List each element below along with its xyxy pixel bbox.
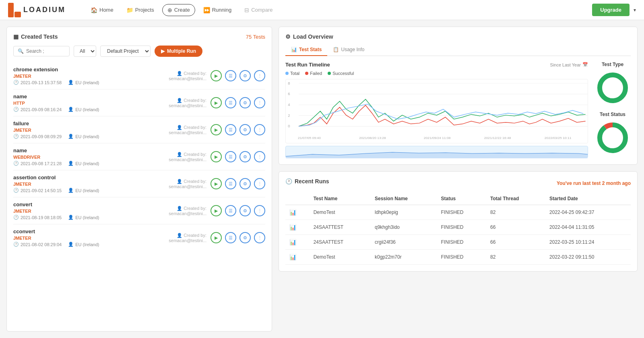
project-dropdown[interactable]: Default Project — [100, 46, 151, 57]
test-date-0: 🕐 2021-09-13 15:37:58 — [13, 80, 62, 85]
settings-button-4[interactable]: ⚙ — [239, 178, 251, 189]
test-actions-4: ▶ ☰ ⚙ ⋮ — [211, 178, 265, 189]
settings-button-3[interactable]: ⚙ — [239, 151, 251, 162]
list-button-6[interactable]: ☰ — [225, 232, 236, 243]
test-type-2: JMETER — [13, 128, 138, 133]
multiple-run-label: Multiple Run — [167, 48, 196, 54]
test-status-donut: Test Status — [594, 112, 631, 156]
test-meta-5: 🕐 2021-08-19 08:18:05 👤 EU (Ireland) — [13, 215, 138, 220]
chart-title: Test Run Timeline — [285, 62, 330, 68]
account-chevron-icon[interactable]: ▾ — [634, 7, 636, 13]
test-region-3: 👤 EU (Ireland) — [68, 161, 99, 166]
test-region-text: EU (Ireland) — [75, 80, 99, 85]
nav-create[interactable]: ⊕ Create — [162, 4, 195, 16]
run-button-2[interactable]: ▶ — [211, 124, 222, 135]
recent-runs-table: Test Name Session Name Status Total Thre… — [285, 193, 631, 265]
legend-total-dot — [285, 72, 289, 75]
run-button-3[interactable]: ▶ — [211, 151, 222, 162]
list-button-1[interactable]: ☰ — [225, 97, 236, 108]
multiple-run-icon: ▶ — [161, 48, 165, 54]
list-item: name WEBDRIVER 🕐 2021-09-08 17:21:28 👤 E… — [13, 143, 265, 170]
nav-running[interactable]: ⏩ Running — [198, 4, 236, 16]
nav-compare[interactable]: ⊟ Compare — [239, 4, 277, 16]
clock-icon: 🕐 — [13, 161, 19, 166]
list-button-2[interactable]: ☰ — [225, 124, 236, 135]
svg-text:0: 0 — [288, 124, 290, 129]
settings-button-1[interactable]: ⚙ — [239, 97, 251, 108]
search-icon: 🔍 — [18, 48, 24, 54]
more-button-6[interactable]: ⋮ — [254, 232, 265, 243]
upgrade-button[interactable]: Upgrade — [592, 4, 630, 16]
created-by-1: 👤 Created by: semacan@testini... — [142, 98, 206, 108]
row-status-2: FINISHED — [437, 235, 487, 250]
main-nav: 🏠 Home 📁 Projects ⊕ Create ⏩ Running ⊟ C… — [86, 4, 580, 16]
creator-icon: 👤 — [177, 233, 182, 238]
created-by-6: 👤 Created by: semacan@testini... — [142, 233, 206, 243]
test-type-4: JMETER — [13, 182, 138, 187]
list-item: chrome extension JMETER 🕐 2021-09-13 15:… — [13, 62, 265, 89]
svg-text:6: 6 — [288, 92, 290, 96]
creator-icon: 👤 — [177, 71, 182, 76]
clock-icon: 🕐 — [13, 80, 19, 85]
home-icon: 🏠 — [91, 7, 97, 13]
chart-bar-icon: 📊 — [289, 209, 296, 216]
test-region-text: EU (Ireland) — [75, 215, 99, 220]
filter-dropdown[interactable]: All — [74, 46, 96, 57]
more-button-4[interactable]: ⋮ — [254, 178, 265, 189]
table-row: 📊 DemoTest k0gp22m70r FINISHED 82 2022-0… — [285, 250, 631, 265]
main-content: ▦ Created Tests 75 Tests 🔍 All Default P… — [0, 20, 644, 338]
test-date-1: 🕐 2021-09-09 08:16:24 — [13, 107, 62, 112]
col-status: Status — [437, 193, 487, 205]
nav-projects[interactable]: 📁 Projects — [122, 4, 159, 16]
since-label: Since Last Year 📅 — [550, 62, 588, 67]
nav-home[interactable]: 🏠 Home — [86, 4, 118, 16]
settings-button-6[interactable]: ⚙ — [239, 232, 251, 243]
svg-text:2021/09/24 11:08: 2021/09/24 11:08 — [424, 136, 451, 140]
search-input[interactable] — [26, 48, 62, 54]
test-stats-icon: 📊 — [291, 47, 297, 52]
created-by-2: 👤 Created by: semacan@testini... — [142, 125, 206, 135]
multiple-run-button[interactable]: ▶ Multiple Run — [155, 46, 202, 57]
nav-running-label: Running — [212, 7, 231, 13]
list-button-0[interactable]: ☰ — [225, 70, 236, 81]
nav-create-label: Create — [174, 7, 190, 13]
tab-usage-info[interactable]: 📋 Usage Info — [327, 44, 370, 56]
settings-button-5[interactable]: ⚙ — [239, 205, 251, 216]
run-button-5[interactable]: ▶ — [211, 205, 222, 216]
more-button-2[interactable]: ⋮ — [254, 124, 265, 135]
range-slider[interactable] — [285, 146, 588, 158]
more-button-1[interactable]: ⋮ — [254, 97, 265, 108]
test-actions-6: ▶ ☰ ⚙ ⋮ — [211, 232, 265, 243]
test-actions-5: ▶ ☰ ⚙ ⋮ — [211, 205, 265, 216]
projects-icon: 📁 — [126, 7, 133, 13]
test-type-title: Test Type — [594, 62, 631, 67]
row-test-name-2: 24SAATTEST — [310, 235, 371, 250]
list-button-4[interactable]: ☰ — [225, 178, 236, 189]
run-button-1[interactable]: ▶ — [211, 97, 222, 108]
run-button-6[interactable]: ▶ — [211, 232, 222, 243]
panel-title-text: Created Tests — [21, 33, 58, 40]
test-region-5: 👤 EU (Ireland) — [68, 215, 99, 220]
more-button-0[interactable]: ⋮ — [254, 70, 265, 81]
tab-test-stats[interactable]: 📊 Test Stats — [285, 44, 327, 56]
list-button-5[interactable]: ☰ — [225, 205, 236, 216]
compare-icon: ⊟ — [244, 7, 249, 13]
settings-button-0[interactable]: ⚙ — [239, 70, 251, 81]
logo-text: LOADIUM — [23, 6, 66, 14]
svg-text:4: 4 — [288, 103, 290, 107]
more-button-5[interactable]: ⋮ — [254, 205, 265, 216]
creator-icon: 👤 — [177, 206, 182, 211]
col-started-date: Started Date — [545, 193, 631, 205]
nav-projects-label: Projects — [135, 7, 154, 13]
creator-icon: 👤 — [177, 152, 182, 157]
test-date-3: 🕐 2021-09-08 17:21:28 — [13, 161, 62, 166]
run-button-4[interactable]: ▶ — [211, 178, 222, 189]
row-test-name-3: DemoTest — [310, 250, 371, 265]
search-box[interactable]: 🔍 — [13, 46, 70, 56]
load-overview-icon: ⚙ — [285, 33, 291, 40]
run-button-0[interactable]: ▶ — [211, 70, 222, 81]
settings-button-2[interactable]: ⚙ — [239, 124, 251, 135]
chart-area: Test Run Timeline Since Last Year 📅 Tota… — [285, 62, 631, 158]
more-button-3[interactable]: ⋮ — [254, 151, 265, 162]
list-button-3[interactable]: ☰ — [225, 151, 236, 162]
